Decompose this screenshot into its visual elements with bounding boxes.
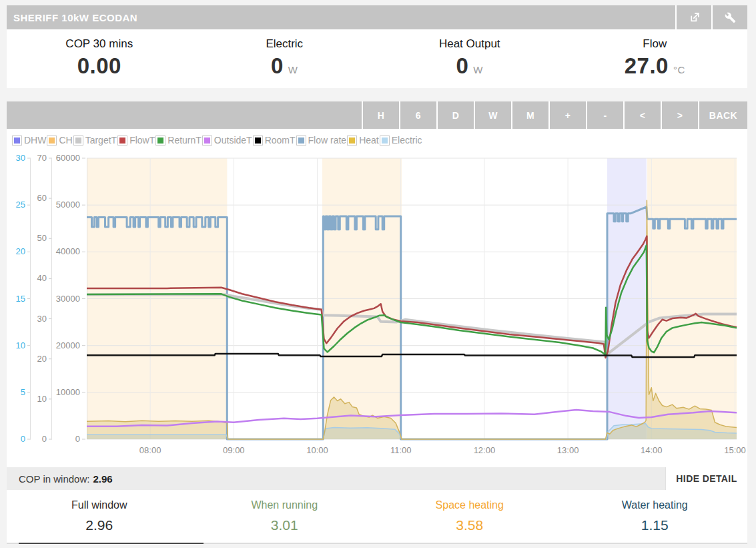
toolbar-button-month[interactable]: M bbox=[511, 101, 548, 129]
svg-text:12:00: 12:00 bbox=[474, 445, 496, 455]
legend-item-roomt[interactable]: RoomT bbox=[253, 135, 296, 146]
svg-text:0: 0 bbox=[21, 434, 25, 444]
svg-text:11:00: 11:00 bbox=[390, 445, 412, 455]
toolbar-button-hour[interactable]: H bbox=[362, 101, 399, 129]
tab-full-window[interactable]: Full window 2.96 bbox=[7, 490, 192, 543]
legend-swatch bbox=[117, 135, 127, 146]
svg-text:08:00: 08:00 bbox=[139, 445, 161, 455]
tab-label: Space heating bbox=[377, 499, 562, 511]
chart-plot[interactable]: 0510152025300102030405060700100002000030… bbox=[7, 129, 747, 467]
legend-item-dhw[interactable]: DHW bbox=[12, 135, 46, 146]
legend-item-flow-rate[interactable]: Flow rate bbox=[296, 135, 347, 146]
legend-label: OutsideT bbox=[214, 135, 252, 146]
stat-label: Flow bbox=[562, 37, 748, 51]
svg-text:70: 70 bbox=[37, 153, 47, 163]
page-title: SHERIFF 10kW ECODAN bbox=[7, 5, 675, 29]
svg-text:50: 50 bbox=[37, 233, 47, 243]
svg-text:30000: 30000 bbox=[56, 294, 80, 304]
svg-text:40: 40 bbox=[37, 273, 47, 283]
svg-text:15:00: 15:00 bbox=[724, 445, 746, 455]
settings-button[interactable] bbox=[711, 5, 747, 29]
tab-label: When running bbox=[192, 499, 378, 511]
hide-detail-button[interactable]: HIDE DETAIL bbox=[665, 467, 747, 490]
legend-item-returnt[interactable]: ReturnT bbox=[155, 135, 202, 146]
legend-item-electric[interactable]: Electric bbox=[380, 135, 422, 146]
toolbar-button-zoom-in[interactable]: + bbox=[548, 101, 586, 129]
svg-text:14:00: 14:00 bbox=[641, 445, 663, 455]
stat-electric: Electric 0W bbox=[192, 29, 378, 88]
chart-card: DHWCHTargetTFlowTReturnTOutsideTRoomTFlo… bbox=[7, 129, 747, 467]
legend-swatch bbox=[380, 135, 390, 146]
legend-item-ch[interactable]: CH bbox=[47, 135, 72, 146]
legend-swatch bbox=[202, 135, 212, 146]
legend-label: ReturnT bbox=[167, 135, 202, 146]
legend-swatch bbox=[253, 135, 263, 146]
cop-window-value: 2.96 bbox=[93, 473, 112, 485]
spacer bbox=[7, 88, 747, 101]
svg-text:30: 30 bbox=[37, 314, 47, 324]
svg-text:5: 5 bbox=[21, 387, 25, 397]
toolbar-button-zoom-out[interactable]: - bbox=[586, 101, 623, 129]
stats-card: COP 30 mins 0.00 Electric 0W Heat Output… bbox=[7, 29, 747, 88]
tab-water-heating[interactable]: Water heating 1.15 bbox=[562, 490, 748, 543]
app-window: SHERIFF 10kW ECODAN COP 30 mins 0.00 Ele… bbox=[7, 5, 747, 544]
legend-item-flowt[interactable]: FlowT bbox=[117, 135, 155, 146]
legend-label: Electric bbox=[392, 135, 422, 146]
stat-heat-output: Heat Output 0W bbox=[377, 29, 562, 88]
stat-unit: W bbox=[288, 64, 298, 75]
cop-window-bar: COP in window: 2.96 HIDE DETAIL bbox=[7, 467, 747, 490]
legend-label: RoomT bbox=[265, 135, 296, 146]
stat-value: 0.00 bbox=[7, 53, 192, 79]
stat-label: Electric bbox=[192, 37, 378, 51]
stat-value: 27.0°C bbox=[562, 53, 748, 79]
svg-text:40000: 40000 bbox=[56, 246, 80, 256]
legend-label: DHW bbox=[24, 135, 46, 146]
toolbar-button-day[interactable]: D bbox=[436, 101, 474, 129]
chart-legend: DHWCHTargetTFlowTReturnTOutsideTRoomTFlo… bbox=[12, 135, 423, 146]
tab-value: 3.58 bbox=[377, 517, 562, 533]
legend-item-outsidet[interactable]: OutsideT bbox=[202, 135, 252, 146]
svg-text:25: 25 bbox=[16, 200, 25, 210]
tab-value: 1.15 bbox=[562, 517, 748, 533]
tab-label: Full window bbox=[7, 499, 192, 511]
legend-label: Flow rate bbox=[308, 135, 347, 146]
wrench-icon bbox=[725, 12, 736, 23]
toolbar-button-back[interactable]: BACK bbox=[698, 101, 747, 129]
legend-swatch bbox=[12, 135, 22, 146]
svg-text:10000: 10000 bbox=[56, 387, 80, 397]
svg-text:0: 0 bbox=[42, 434, 47, 444]
svg-text:0: 0 bbox=[75, 434, 80, 444]
cop-window-text: COP in window: 2.96 bbox=[7, 467, 665, 490]
legend-label: Heat bbox=[359, 135, 379, 146]
legend-label: FlowT bbox=[129, 135, 155, 146]
tab-space-heating[interactable]: Space heating 3.58 bbox=[377, 490, 562, 543]
stat-unit: °C bbox=[673, 64, 685, 75]
toolbar-button-next[interactable]: > bbox=[661, 101, 698, 129]
svg-text:13:00: 13:00 bbox=[557, 445, 579, 455]
legend-item-targett[interactable]: TargetT bbox=[73, 135, 117, 146]
toolbar-button-prev[interactable]: < bbox=[623, 101, 661, 129]
legend-label: TargetT bbox=[85, 135, 117, 146]
cop-window-label: COP in window: bbox=[19, 473, 89, 485]
toolbar-button-6[interactable]: 6 bbox=[399, 101, 436, 129]
svg-text:20000: 20000 bbox=[56, 340, 80, 350]
toolbar-button-week[interactable]: W bbox=[474, 101, 511, 129]
stat-value: 0W bbox=[192, 53, 378, 79]
cop-summary-tabs: Full window 2.96 When running 3.01 Space… bbox=[7, 490, 747, 544]
tab-when-running[interactable]: When running 3.01 bbox=[192, 490, 378, 543]
app-header: SHERIFF 10kW ECODAN bbox=[7, 5, 747, 29]
svg-text:60000: 60000 bbox=[56, 153, 80, 163]
legend-label: CH bbox=[59, 135, 72, 146]
share-button[interactable] bbox=[675, 5, 711, 29]
svg-text:10: 10 bbox=[16, 340, 25, 350]
svg-text:15: 15 bbox=[16, 294, 25, 304]
legend-swatch bbox=[155, 135, 165, 146]
legend-item-heat[interactable]: Heat bbox=[347, 135, 379, 146]
legend-swatch bbox=[47, 135, 57, 146]
stat-label: Heat Output bbox=[377, 37, 562, 51]
selected-tab-indicator bbox=[19, 543, 204, 544]
legend-swatch bbox=[347, 135, 357, 146]
stat-flow: Flow 27.0°C bbox=[562, 29, 748, 88]
legend-swatch bbox=[73, 135, 83, 146]
svg-text:60: 60 bbox=[37, 193, 47, 203]
